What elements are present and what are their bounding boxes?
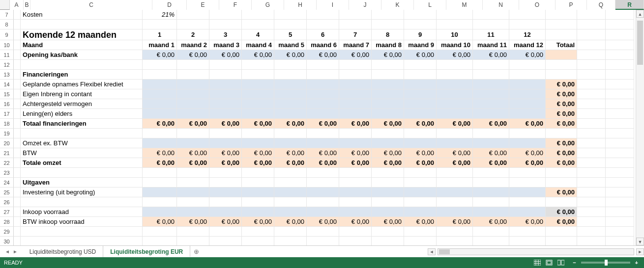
cell-Q[interactable] (577, 129, 606, 138)
month-cell-12[interactable] (509, 80, 546, 89)
maand-header-2[interactable]: maand 2 (177, 40, 209, 50)
fin-total-10[interactable]: € 0,00 (437, 119, 473, 129)
month-cell-2[interactable] (177, 99, 209, 109)
cell-H[interactable] (274, 237, 307, 245)
month-cell-2[interactable]: € 0,00 (177, 217, 209, 227)
cell-R[interactable] (606, 10, 634, 20)
column-header-F[interactable]: F (219, 0, 252, 10)
omzet-total-label[interactable]: Totale omzet (21, 158, 143, 168)
normal-view-button[interactable] (532, 259, 543, 267)
column-header-D[interactable]: D (152, 0, 187, 10)
cell-D[interactable] (143, 20, 177, 29)
cell-Q[interactable] (577, 109, 606, 119)
month-cell-5[interactable] (274, 188, 307, 197)
fin-item-total-3[interactable]: € 0,00 (546, 109, 577, 119)
month-cell-10[interactable]: € 0,00 (437, 50, 473, 60)
month-cell-2[interactable]: € 0,00 (177, 148, 209, 158)
month-number-2[interactable]: 2 (177, 29, 209, 40)
cell-Q[interactable] (577, 29, 606, 40)
cell-G[interactable] (242, 129, 274, 138)
cell-L[interactable] (404, 168, 437, 178)
omzet-total-2[interactable]: € 0,00 (177, 158, 209, 168)
cell-H[interactable] (274, 70, 307, 80)
fin-item-total-0[interactable]: € 0,00 (546, 80, 577, 89)
month-cell-9[interactable] (404, 89, 437, 99)
cell-P[interactable] (546, 237, 577, 245)
cell-K[interactable] (372, 20, 404, 29)
row-header-29[interactable]: 29 (0, 227, 14, 237)
cell-N[interactable] (473, 197, 509, 207)
cell-K[interactable] (372, 197, 404, 207)
row-header-9[interactable]: 9 (0, 29, 14, 40)
inkoop-total[interactable]: € 0,00 (546, 207, 577, 217)
cell-B[interactable] (14, 60, 21, 70)
cell-E[interactable] (177, 168, 209, 178)
month-cell-4[interactable] (242, 80, 274, 89)
cell-F[interactable] (209, 60, 242, 70)
cell-R[interactable] (606, 138, 634, 148)
cell-K[interactable] (372, 168, 404, 178)
cell-L[interactable] (404, 10, 437, 20)
cell-Q[interactable] (577, 20, 606, 29)
column-header-M[interactable]: M (446, 0, 483, 10)
cell-Q[interactable] (577, 237, 606, 245)
cell-F[interactable] (209, 20, 242, 29)
month-cell-10[interactable] (437, 80, 473, 89)
month-cell-5[interactable] (274, 99, 307, 109)
maand-header-4[interactable]: maand 4 (242, 40, 274, 50)
month-cell-10[interactable]: € 0,00 (437, 217, 473, 227)
fin-total-2[interactable]: € 0,00 (177, 119, 209, 129)
omzet-total-11[interactable]: € 0,00 (473, 158, 509, 168)
cell-B[interactable] (14, 80, 21, 89)
month-number-10[interactable]: 10 (437, 29, 473, 40)
month-cell-5[interactable] (274, 109, 307, 119)
cell-D[interactable] (143, 129, 177, 138)
cell-O[interactable] (509, 10, 546, 20)
cell-R[interactable] (606, 158, 634, 168)
month-cell-7[interactable] (339, 80, 372, 89)
cell-J[interactable] (339, 60, 372, 70)
sheet-tab-1[interactable]: Liquiditeitsbegroting EUR (103, 245, 190, 257)
cell-H[interactable] (274, 227, 307, 237)
cell-M[interactable] (437, 168, 473, 178)
spreadsheet-grid[interactable]: 7Kosten21%89Komende 12 maanden1234567891… (0, 10, 644, 245)
cell-I[interactable] (307, 129, 339, 138)
cell-J[interactable] (339, 227, 372, 237)
month-cell-11[interactable] (473, 109, 509, 119)
cell-R[interactable] (606, 99, 634, 109)
scroll-down-button[interactable]: ▼ (636, 238, 644, 245)
cell-C[interactable] (21, 237, 143, 245)
cell-B[interactable] (14, 227, 21, 237)
kosten-label[interactable]: Kosten (21, 10, 143, 20)
row-header-22[interactable]: 22 (0, 158, 14, 168)
section-title[interactable]: Komende 12 maanden (21, 29, 143, 40)
zoom-out-button[interactable]: − (571, 260, 578, 266)
cell-Q[interactable] (577, 119, 606, 129)
cell-Q[interactable] (577, 80, 606, 89)
omzet-total-3[interactable]: € 0,00 (209, 158, 242, 168)
cell-E[interactable] (177, 197, 209, 207)
cell-G[interactable] (242, 70, 274, 80)
omzet-total-4[interactable]: € 0,00 (242, 158, 274, 168)
hscroll-track[interactable] (438, 248, 634, 255)
cell-I[interactable] (307, 178, 339, 188)
financieringen-title[interactable]: Financieringen (21, 70, 143, 80)
month-cell-3[interactable] (209, 89, 242, 99)
row-header-14[interactable]: 14 (0, 80, 14, 89)
month-number-9[interactable]: 9 (404, 29, 437, 40)
month-number-5[interactable]: 5 (274, 29, 307, 40)
total-cell[interactable] (546, 70, 577, 80)
row-header-13[interactable]: 13 (0, 70, 14, 80)
cell-R[interactable] (606, 40, 634, 50)
month-cell-9[interactable] (404, 188, 437, 197)
btw-label[interactable]: BTW (21, 148, 143, 158)
cell-B[interactable] (14, 168, 21, 178)
month-cell-2[interactable] (177, 80, 209, 89)
cell-I[interactable] (307, 10, 339, 20)
cell-P[interactable] (546, 129, 577, 138)
cell-Q[interactable] (577, 10, 606, 20)
cell-O[interactable] (509, 60, 546, 70)
tab-nav-next-icon[interactable]: ► (13, 249, 18, 254)
month-cell-11[interactable] (473, 138, 509, 148)
cell-L[interactable] (404, 70, 437, 80)
